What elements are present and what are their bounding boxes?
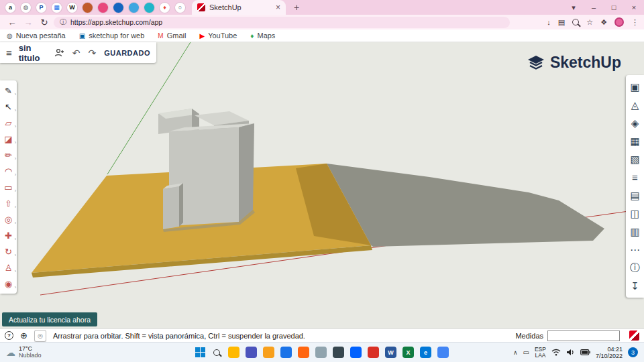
battery-icon[interactable] [580, 349, 590, 355]
bookmark-gmail[interactable]: M Gmail [158, 32, 186, 40]
building-small-side[interactable] [179, 183, 183, 227]
components-panel[interactable]: ◈ [626, 114, 644, 132]
rotate-tool[interactable]: ↻ › [0, 243, 17, 259]
flyout-arrow-icon[interactable]: › [15, 124, 16, 129]
install-app-icon[interactable]: ↓ [547, 18, 551, 26]
model-viewport[interactable] [0, 42, 644, 328]
measurements-input[interactable] [547, 330, 620, 341]
taskbar-keyboard[interactable] [333, 347, 344, 358]
pinned-tab-blue-square[interactable] [113, 3, 123, 13]
pinned-tab-ring[interactable]: ○ [175, 3, 185, 13]
bookmark-sketchup-web[interactable]: ▣ sketchup for web [79, 32, 145, 40]
new-tab-button[interactable]: + [294, 2, 299, 13]
flyout-arrow-icon[interactable]: › [15, 188, 16, 193]
instructor-panel[interactable]: ◬ [626, 96, 644, 114]
side-panel-icon[interactable]: ▤ [558, 18, 565, 27]
taskbar-word[interactable]: W [385, 347, 396, 358]
pinned-tab-pink[interactable] [98, 3, 108, 13]
taskbar-edge[interactable]: e [420, 347, 431, 358]
active-tab[interactable]: SketchUp × [192, 0, 286, 15]
clock-widget[interactable]: 04:21 7/10/2022 [596, 346, 623, 359]
flyout-arrow-icon[interactable]: › [15, 140, 16, 145]
wifi-icon[interactable] [551, 349, 561, 356]
taskbar-widgets[interactable] [315, 347, 327, 358]
pinned-tab-maps[interactable]: ♦ [160, 3, 170, 13]
tab-search-icon[interactable]: ▾ [564, 3, 584, 12]
flyout-arrow-icon[interactable]: › [15, 285, 16, 290]
pinned-tab-globe[interactable]: ◍ [21, 3, 31, 13]
pinned-tab-wiki[interactable]: W [67, 3, 77, 13]
redo-icon[interactable]: ↷ [88, 48, 96, 58]
arc-tool[interactable]: ◠ › [0, 163, 17, 179]
pinned-tab-orange[interactable] [83, 3, 93, 13]
eraser-tool[interactable]: ▱ › [0, 115, 17, 131]
language-icon[interactable]: ⊕ [20, 331, 28, 340]
minimize-button[interactable]: – [584, 3, 604, 11]
zoom-icon[interactable] [572, 19, 579, 25]
profile-avatar[interactable] [614, 17, 624, 27]
menu-icon[interactable]: ≡ [6, 47, 12, 58]
flyout-arrow-icon[interactable]: › [15, 108, 16, 113]
weather-widget[interactable]: ☁ 17°C Nublado [6, 346, 42, 359]
close-button[interactable]: × [624, 3, 644, 11]
materials-panel[interactable]: ▦ [626, 132, 644, 150]
pinned-tab-teal[interactable] [144, 3, 154, 13]
pushpull-tool[interactable]: ⇧ › [0, 195, 17, 211]
pinned-tab-amazon[interactable]: a [5, 3, 15, 13]
pencil-tool[interactable]: ✏ › [0, 147, 17, 163]
taskbar-firefox[interactable] [298, 347, 309, 358]
volume-icon[interactable] [566, 349, 575, 356]
flyout-arrow-icon[interactable]: › [15, 237, 16, 241]
flyout-arrow-icon[interactable]: › [15, 156, 16, 161]
taskbar-dropbox[interactable] [350, 347, 362, 358]
flyout-arrow-icon[interactable]: › [15, 92, 16, 97]
help-icon[interactable]: ? [5, 331, 13, 340]
pinned-tab-blue-grid[interactable]: ▦ [52, 3, 62, 13]
extensions-icon[interactable]: ❖ [600, 18, 607, 27]
taskbar-explorer[interactable] [228, 347, 239, 358]
walk-tool[interactable]: ♙ › [0, 259, 17, 276]
address-input[interactable]: ⓘ https://app.sketchup.com/app [54, 17, 510, 28]
maximize-button[interactable]: □ [604, 3, 624, 11]
flyout-arrow-icon[interactable]: › [15, 172, 16, 177]
bookmark-youtube[interactable]: ▶ YouTube [199, 32, 237, 40]
rectangle-tool[interactable]: ▭ › [0, 179, 17, 195]
taskbar-store[interactable] [280, 347, 292, 358]
pinned-tab-skyblue[interactable] [129, 3, 139, 13]
taskbar-excel[interactable]: X [402, 347, 414, 358]
document-title[interactable]: sin titulo [19, 43, 45, 63]
site-info-icon[interactable]: ⓘ [60, 17, 66, 27]
flyout-arrow-icon[interactable]: › [15, 253, 16, 257]
bookmark-star-icon[interactable]: ☆ [586, 18, 593, 27]
undo-icon[interactable]: ↶ [72, 48, 80, 58]
select-tool[interactable]: ↖ › [0, 99, 17, 115]
flyout-arrow-icon[interactable]: › [15, 221, 16, 225]
upgrade-license-button[interactable]: Actualiza tu licencia ahora [2, 312, 97, 326]
download-panel[interactable]: ↧ [626, 277, 644, 295]
building-tower-side[interactable] [239, 123, 254, 222]
back-icon[interactable]: ← [5, 17, 19, 27]
model-info-panel[interactable]: ⓘ [626, 259, 644, 277]
soften-edges-panel[interactable]: ⋯ [626, 241, 644, 259]
offset-tool[interactable]: ◎ › [0, 211, 17, 227]
search-button[interactable] [211, 347, 222, 358]
flyout-arrow-icon[interactable]: › [15, 204, 16, 209]
start-button[interactable] [195, 347, 205, 357]
entity-info-panel[interactable]: ▣ [626, 78, 644, 96]
bookmark-new-tab[interactable]: ◍ Nueva pestaña [7, 32, 66, 40]
tray-chevron-icon[interactable]: ∧ [513, 349, 518, 356]
tab-close-icon[interactable]: × [276, 3, 280, 12]
scenes-panel[interactable]: ▤ [626, 186, 644, 204]
styles-panel[interactable]: ▧ [626, 150, 644, 168]
tray-monitor-icon[interactable]: ▭ [523, 349, 529, 356]
taskbar-media[interactable] [368, 347, 379, 358]
browser-menu-icon[interactable]: ⋮ [631, 18, 639, 27]
add-collaborator-icon[interactable] [54, 48, 64, 58]
taskbar-teams[interactable] [246, 347, 257, 358]
display-panel[interactable]: ▥ [626, 223, 644, 241]
move-tool[interactable]: ✚ › [0, 227, 17, 243]
orbit-tool[interactable]: ◉ › [0, 276, 17, 292]
taskbar-chrome[interactable] [437, 347, 449, 358]
reload-icon[interactable]: ↻ [38, 17, 51, 27]
freehand-tool[interactable]: ✎ › [0, 82, 17, 99]
